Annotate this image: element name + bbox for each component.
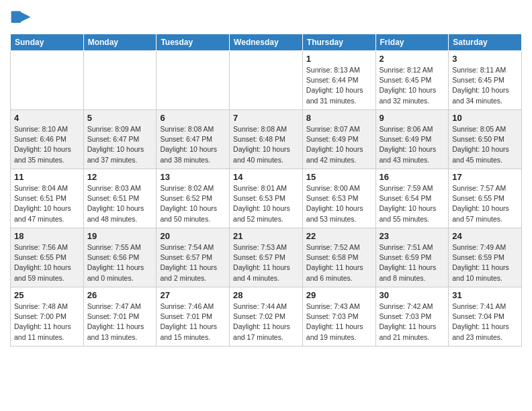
weekday-header-tuesday: Tuesday	[157, 34, 230, 51]
day-number: 12	[87, 172, 153, 182]
calendar-cell: 21Sunrise: 7:53 AM Sunset: 6:57 PM Dayli…	[230, 228, 303, 287]
day-info: Sunrise: 8:01 AM Sunset: 6:53 PM Dayligh…	[233, 183, 299, 224]
page-header	[10, 7, 522, 28]
calendar-cell: 12Sunrise: 8:03 AM Sunset: 6:51 PM Dayli…	[83, 169, 157, 228]
calendar-cell: 9Sunrise: 8:06 AM Sunset: 6:49 PM Daylig…	[375, 110, 449, 169]
day-number: 25	[14, 290, 80, 300]
calendar-cell: 23Sunrise: 7:51 AM Sunset: 6:59 PM Dayli…	[375, 228, 449, 287]
day-info: Sunrise: 8:03 AM Sunset: 6:51 PM Dayligh…	[87, 183, 153, 224]
calendar-cell: 17Sunrise: 7:57 AM Sunset: 6:55 PM Dayli…	[449, 169, 522, 228]
calendar-cell: 19Sunrise: 7:55 AM Sunset: 6:56 PM Dayli…	[83, 228, 157, 287]
day-number: 4	[14, 113, 80, 123]
calendar-cell: 15Sunrise: 8:00 AM Sunset: 6:53 PM Dayli…	[302, 169, 375, 228]
day-number: 10	[452, 113, 518, 123]
day-number: 19	[87, 231, 153, 241]
day-number: 15	[306, 172, 372, 182]
day-info: Sunrise: 7:52 AM Sunset: 6:58 PM Dayligh…	[306, 242, 372, 283]
day-number: 18	[14, 231, 80, 241]
day-number: 30	[380, 290, 445, 300]
logo-icon	[10, 7, 32, 28]
calendar-cell: 2Sunrise: 8:12 AM Sunset: 6:45 PM Daylig…	[375, 51, 449, 110]
day-info: Sunrise: 8:02 AM Sunset: 6:52 PM Dayligh…	[160, 183, 226, 224]
day-info: Sunrise: 7:49 AM Sunset: 6:59 PM Dayligh…	[452, 242, 518, 283]
day-info: Sunrise: 7:55 AM Sunset: 6:56 PM Dayligh…	[87, 242, 153, 283]
calendar-cell: 6Sunrise: 8:08 AM Sunset: 6:47 PM Daylig…	[157, 110, 230, 169]
calendar-cell: 30Sunrise: 7:42 AM Sunset: 7:03 PM Dayli…	[375, 287, 449, 347]
calendar-cell: 10Sunrise: 8:05 AM Sunset: 6:50 PM Dayli…	[449, 110, 522, 169]
day-number: 8	[306, 113, 372, 123]
day-number: 6	[160, 113, 226, 123]
day-info: Sunrise: 8:07 AM Sunset: 6:49 PM Dayligh…	[306, 124, 372, 165]
day-number: 3	[452, 54, 518, 64]
day-number: 20	[160, 231, 226, 241]
day-number: 24	[452, 231, 518, 241]
day-info: Sunrise: 8:09 AM Sunset: 6:47 PM Dayligh…	[87, 124, 153, 165]
calendar-cell: 22Sunrise: 7:52 AM Sunset: 6:58 PM Dayli…	[302, 228, 375, 287]
day-info: Sunrise: 7:41 AM Sunset: 7:04 PM Dayligh…	[452, 302, 518, 342]
logo	[10, 7, 34, 28]
calendar-cell: 13Sunrise: 8:02 AM Sunset: 6:52 PM Dayli…	[157, 169, 230, 228]
calendar-cell: 20Sunrise: 7:54 AM Sunset: 6:57 PM Dayli…	[157, 228, 230, 287]
calendar-cell: 16Sunrise: 7:59 AM Sunset: 6:54 PM Dayli…	[375, 169, 449, 228]
day-number: 5	[87, 113, 153, 123]
day-info: Sunrise: 8:10 AM Sunset: 6:46 PM Dayligh…	[14, 124, 80, 165]
day-info: Sunrise: 8:11 AM Sunset: 6:45 PM Dayligh…	[452, 65, 518, 106]
calendar-cell: 1Sunrise: 8:13 AM Sunset: 6:44 PM Daylig…	[302, 51, 375, 110]
day-number: 13	[160, 172, 226, 182]
day-info: Sunrise: 8:08 AM Sunset: 6:47 PM Dayligh…	[160, 124, 226, 165]
calendar-cell: 14Sunrise: 8:01 AM Sunset: 6:53 PM Dayli…	[230, 169, 303, 228]
day-info: Sunrise: 7:59 AM Sunset: 6:54 PM Dayligh…	[380, 183, 445, 224]
day-number: 27	[160, 290, 226, 300]
calendar-cell	[157, 51, 230, 110]
day-info: Sunrise: 7:51 AM Sunset: 6:59 PM Dayligh…	[380, 242, 445, 283]
day-number: 22	[306, 231, 372, 241]
weekday-header-saturday: Saturday	[449, 34, 522, 51]
day-number: 9	[380, 113, 445, 123]
day-number: 11	[14, 172, 80, 182]
day-info: Sunrise: 7:47 AM Sunset: 7:01 PM Dayligh…	[87, 302, 153, 342]
day-number: 23	[380, 231, 445, 241]
calendar-cell	[83, 51, 157, 110]
day-info: Sunrise: 8:12 AM Sunset: 6:45 PM Dayligh…	[380, 65, 445, 106]
day-number: 29	[306, 290, 372, 300]
day-number: 26	[87, 290, 153, 300]
calendar-cell: 4Sunrise: 8:10 AM Sunset: 6:46 PM Daylig…	[11, 110, 84, 169]
day-number: 7	[233, 113, 299, 123]
calendar-cell: 18Sunrise: 7:56 AM Sunset: 6:55 PM Dayli…	[11, 228, 84, 287]
calendar-cell: 7Sunrise: 8:08 AM Sunset: 6:48 PM Daylig…	[230, 110, 303, 169]
day-info: Sunrise: 8:00 AM Sunset: 6:53 PM Dayligh…	[306, 183, 372, 224]
svg-rect-0	[11, 11, 21, 23]
day-number: 17	[452, 172, 518, 182]
day-number: 1	[306, 54, 372, 64]
calendar-table: SundayMondayTuesdayWednesdayThursdayFrid…	[10, 34, 522, 347]
calendar-cell: 31Sunrise: 7:41 AM Sunset: 7:04 PM Dayli…	[449, 287, 522, 347]
day-info: Sunrise: 7:53 AM Sunset: 6:57 PM Dayligh…	[233, 242, 299, 283]
day-info: Sunrise: 7:44 AM Sunset: 7:02 PM Dayligh…	[233, 302, 299, 342]
weekday-header-friday: Friday	[375, 34, 449, 51]
calendar-cell: 8Sunrise: 8:07 AM Sunset: 6:49 PM Daylig…	[302, 110, 375, 169]
day-info: Sunrise: 7:46 AM Sunset: 7:01 PM Dayligh…	[160, 302, 226, 342]
day-info: Sunrise: 7:56 AM Sunset: 6:55 PM Dayligh…	[14, 242, 80, 283]
day-info: Sunrise: 7:48 AM Sunset: 7:00 PM Dayligh…	[14, 302, 80, 342]
calendar-cell: 25Sunrise: 7:48 AM Sunset: 7:00 PM Dayli…	[11, 287, 84, 347]
day-info: Sunrise: 7:42 AM Sunset: 7:03 PM Dayligh…	[380, 302, 445, 342]
day-info: Sunrise: 7:43 AM Sunset: 7:03 PM Dayligh…	[306, 302, 372, 342]
day-number: 28	[233, 290, 299, 300]
day-info: Sunrise: 8:13 AM Sunset: 6:44 PM Dayligh…	[306, 65, 372, 106]
calendar-cell: 29Sunrise: 7:43 AM Sunset: 7:03 PM Dayli…	[302, 287, 375, 347]
calendar-cell: 3Sunrise: 8:11 AM Sunset: 6:45 PM Daylig…	[449, 51, 522, 110]
day-number: 14	[233, 172, 299, 182]
day-number: 16	[380, 172, 445, 182]
weekday-header-monday: Monday	[83, 34, 157, 51]
day-number: 31	[452, 290, 518, 300]
day-info: Sunrise: 8:05 AM Sunset: 6:50 PM Dayligh…	[452, 124, 518, 165]
day-number: 21	[233, 231, 299, 241]
calendar-cell: 26Sunrise: 7:47 AM Sunset: 7:01 PM Dayli…	[83, 287, 157, 347]
calendar-cell: 27Sunrise: 7:46 AM Sunset: 7:01 PM Dayli…	[157, 287, 230, 347]
svg-marker-1	[21, 12, 30, 21]
weekday-header-thursday: Thursday	[302, 34, 375, 51]
day-info: Sunrise: 8:04 AM Sunset: 6:51 PM Dayligh…	[14, 183, 80, 224]
day-info: Sunrise: 7:57 AM Sunset: 6:55 PM Dayligh…	[452, 183, 518, 224]
calendar-cell	[11, 51, 84, 110]
day-info: Sunrise: 8:06 AM Sunset: 6:49 PM Dayligh…	[380, 124, 445, 165]
